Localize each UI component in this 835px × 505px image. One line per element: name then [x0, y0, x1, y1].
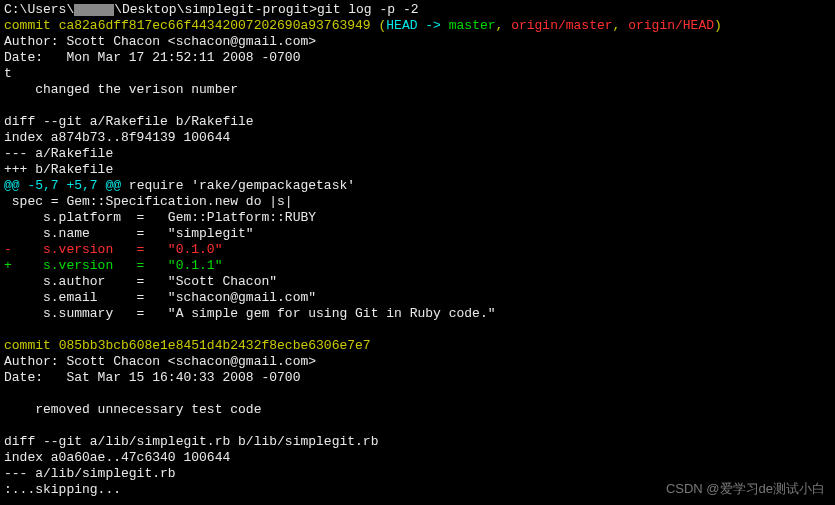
redacted-user	[74, 4, 114, 16]
prompt-suffix: \Desktop\simplegit-progit>	[114, 2, 317, 17]
commit2-header: commit 085bb3bcb608e1e8451d4b2432f8ecbe6…	[4, 338, 831, 354]
blank-line	[4, 386, 831, 402]
commit-label: commit	[4, 338, 51, 353]
diff-context-author: s.author = "Scott Chacon"	[4, 274, 831, 290]
hunk-context: require 'rake/gempackagetask'	[121, 178, 355, 193]
diff-context-platform: s.platform = Gem::Platform::RUBY	[4, 210, 831, 226]
prompt-prefix: C:\Users\	[4, 2, 74, 17]
commit1-hash: ca82a6dff817ec66f44342007202690a93763949	[59, 18, 371, 33]
commit1-message: changed the verison number	[4, 82, 831, 98]
diff-context-email: s.email = "schacon@gmail.com"	[4, 290, 831, 306]
head-ref: HEAD ->	[386, 18, 448, 33]
master-branch: master	[449, 18, 496, 33]
command-prompt-line: C:\Users\\Desktop\simplegit-progit>git l…	[4, 2, 831, 18]
watermark: CSDN @爱学习de测试小白	[666, 481, 825, 497]
commit2-message: removed unnecessary test code	[4, 402, 831, 418]
trailing-t: t	[4, 66, 831, 82]
diff2-header: diff --git a/lib/simplegit.rb b/lib/simp…	[4, 434, 831, 450]
diff-added-line: + s.version = "0.1.1"	[4, 258, 831, 274]
diff-context-summary: s.summary = "A simple gem for using Git …	[4, 306, 831, 322]
commit2-author: Author: Scott Chacon <schacon@gmail.com>	[4, 354, 831, 370]
index2-line: index a0a60ae..47c6340 100644	[4, 450, 831, 466]
origin-master: origin/master	[511, 18, 612, 33]
diff-header: diff --git a/Rakefile b/Rakefile	[4, 114, 831, 130]
commit1-header: commit ca82a6dff817ec66f44342007202690a9…	[4, 18, 831, 34]
minus2-file: --- a/lib/simplegit.rb	[4, 466, 831, 482]
ref-close: )	[714, 18, 722, 33]
diff-context-name: s.name = "simplegit"	[4, 226, 831, 242]
minus-file: --- a/Rakefile	[4, 146, 831, 162]
command-text: git log -p -2	[317, 2, 418, 17]
commit-label: commit	[4, 18, 51, 33]
hunk-header: @@ -5,7 +5,7 @@ require 'rake/gempackage…	[4, 178, 831, 194]
diff-context-spec: spec = Gem::Specification.new do |s|	[4, 194, 831, 210]
commit1-author: Author: Scott Chacon <schacon@gmail.com>	[4, 34, 831, 50]
index-line: index a874b73..8f94139 100644	[4, 130, 831, 146]
commit1-date: Date: Mon Mar 17 21:52:11 2008 -0700	[4, 50, 831, 66]
hunk-range: @@ -5,7 +5,7 @@	[4, 178, 121, 193]
plus-file: +++ b/Rakefile	[4, 162, 831, 178]
blank-line	[4, 418, 831, 434]
commit2-hash: 085bb3bcb608e1e8451d4b2432f8ecbe6306e7e7	[59, 338, 371, 353]
origin-head: origin/HEAD	[628, 18, 714, 33]
blank-line	[4, 98, 831, 114]
diff-removed-line: - s.version = "0.1.0"	[4, 242, 831, 258]
commit2-date: Date: Sat Mar 15 16:40:33 2008 -0700	[4, 370, 831, 386]
blank-line	[4, 322, 831, 338]
